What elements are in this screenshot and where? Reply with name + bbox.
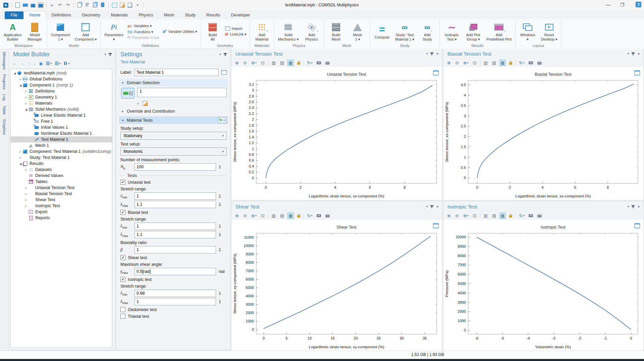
- tree-item-geometry-1[interactable]: ▷Geometry 1: [11, 94, 112, 100]
- expand-arrow-icon[interactable]: ▷: [24, 204, 28, 207]
- field-input-min[interactable]: 1: [135, 223, 216, 230]
- chart-canvas-uniaxial-tension-test[interactable]: Uniaxial Tension Test0246800.20.40.60.81…: [231, 67, 442, 200]
- tree-item-solid-mechanics[interactable]: ◢Solid Mechanics(solid): [11, 106, 112, 112]
- add-material-button[interactable]: AddMaterial: [251, 21, 273, 42]
- copy-icon[interactable]: [76, 2, 83, 8]
- select-monotonic[interactable]: Monotonic▾: [120, 147, 227, 156]
- panel-menu-icon[interactable]: ▾: [628, 205, 629, 208]
- camera-button[interactable]: [316, 214, 322, 218]
- open-icon[interactable]: [22, 2, 28, 8]
- zoom-in-button[interactable]: ⊕: [446, 213, 452, 219]
- tree-item-uniaxial-tension-test[interactable]: ▷Uniaxial Tension Test: [11, 185, 112, 191]
- section-material-tests[interactable]: ▾ Material Tests ↻ ▾: [119, 116, 228, 124]
- marquee-icon[interactable]: [111, 2, 117, 8]
- lock-button[interactable]: [296, 60, 301, 65]
- tree-item-global-definitions[interactable]: ▷Global Definitions: [11, 76, 112, 82]
- tree-item-reports[interactable]: Reports: [11, 215, 112, 221]
- del-icon[interactable]: [100, 2, 106, 8]
- functions-button[interactable]: f(x)Functions ▾: [126, 29, 161, 35]
- mb-toolbar-button-0[interactable]: ←: [12, 61, 17, 66]
- tree-item-derived-values[interactable]: Derived Values: [11, 173, 112, 179]
- add-component-button[interactable]: AddComponent ▾: [72, 21, 99, 42]
- field-input-[interactable]: 1: [135, 246, 216, 253]
- build-mesh-button[interactable]: BuildMesh: [325, 21, 347, 42]
- refresh-button[interactable]: ↻▾: [518, 213, 526, 219]
- print-button[interactable]: [536, 213, 543, 218]
- ax3-button[interactable]: ▦: [287, 60, 293, 66]
- mb-toolbar-button-1[interactable]: →: [20, 61, 24, 66]
- maximize-button[interactable]: ❐: [615, 0, 629, 10]
- field-input-max[interactable]: 1.1: [135, 231, 216, 238]
- docsearch-icon[interactable]: [127, 2, 133, 8]
- print-button[interactable]: [536, 60, 543, 65]
- add-plot-group-button[interactable]: Add PlotGroup ▾: [463, 21, 484, 42]
- side-tab-messages[interactable]: Messages: [2, 52, 6, 69]
- tab-materials[interactable]: Materials: [106, 11, 133, 19]
- expand-arrow-icon[interactable]: ▷: [24, 90, 28, 93]
- active-toggle-button[interactable]: [121, 88, 135, 99]
- application-builder-button[interactable]: AApplicationBuilder: [1, 21, 24, 42]
- tree-item-test-material-1[interactable]: Test Material 1: [11, 136, 112, 142]
- zoom-in-button[interactable]: ⊕: [234, 60, 240, 66]
- zoom-box-button[interactable]: ⊕▾: [462, 60, 470, 66]
- field-input-max[interactable]: 1.1: [135, 201, 216, 208]
- panel-menu-icon[interactable]: ▾: [219, 53, 221, 56]
- tree-item-linear-elastic-material-1[interactable]: Linear Elastic Material 1: [11, 112, 112, 118]
- field-input-n-p[interactable]: 100: [135, 163, 216, 171]
- checkbox-biaxial-test[interactable]: ✓: [120, 210, 125, 215]
- ax2-button[interactable]: ▤: [491, 213, 497, 219]
- pin-icon[interactable]: [431, 52, 432, 55]
- zoom-out-button[interactable]: ⊖: [242, 213, 248, 219]
- tree-item-materials[interactable]: ▷Materials: [11, 100, 112, 106]
- undo-icon[interactable]: ↶: [57, 2, 63, 8]
- ax1-button[interactable]: ▥: [271, 60, 277, 66]
- camera-button[interactable]: [316, 61, 322, 65]
- field-input-min[interactable]: 0.98: [135, 290, 216, 297]
- add-study-button[interactable]: ∞AddStudy: [417, 21, 438, 42]
- extents-button[interactable]: ⊡: [472, 60, 478, 66]
- checkbox-isotropic-test[interactable]: ✓: [120, 277, 125, 282]
- close-icon[interactable]: ×: [637, 204, 640, 209]
- close-icon[interactable]: ×: [436, 204, 439, 209]
- plot-window-icon[interactable]: [634, 223, 640, 228]
- play-icon[interactable]: ▶: [49, 2, 55, 8]
- expand-arrow-icon[interactable]: ▷: [18, 156, 22, 159]
- print-button[interactable]: [324, 213, 331, 218]
- chart-canvas-isotropic-test[interactable]: Isotropic Test-6-5-4-3-2-100100020003000…: [443, 220, 643, 351]
- expand-arrow-icon[interactable]: ▷: [18, 78, 22, 81]
- extents-button[interactable]: ⊡: [472, 213, 478, 219]
- ax1-button[interactable]: ▥: [483, 213, 489, 219]
- paste-icon[interactable]: [84, 2, 90, 8]
- checkbox-shear-test[interactable]: ✓: [120, 255, 125, 260]
- zoom-in-button[interactable]: ⊕: [234, 213, 240, 219]
- label-input[interactable]: Test Material 1: [135, 69, 219, 76]
- zoom-in-button[interactable]: ⊕: [446, 60, 452, 66]
- tree-item-tables[interactable]: Tables: [11, 179, 112, 185]
- collapse-arrow-icon[interactable]: ◢: [18, 84, 22, 87]
- tree-item-datasets[interactable]: ▷Datasets: [11, 167, 112, 173]
- mb-toolbar-button-3[interactable]: ↓: [34, 61, 36, 66]
- add-predefined-plot-button[interactable]: AddPredefined Plot: [484, 21, 514, 42]
- parameters-button[interactable]: PiParameters▾: [102, 21, 126, 42]
- side-tab-progress[interactable]: Progress: [2, 74, 6, 89]
- chart-canvas-biaxial-tension-test[interactable]: Biaxial Tension Test0246800.511.522.533.…: [443, 67, 643, 200]
- tree-item-results[interactable]: ◢Results: [11, 161, 112, 167]
- zoom-out-button[interactable]: ⊖: [454, 213, 460, 219]
- selpen-icon[interactable]: [119, 2, 125, 8]
- close-icon[interactable]: ×: [637, 51, 640, 56]
- tree-item-mesh-1[interactable]: Mesh 1: [11, 142, 112, 148]
- save-icon[interactable]: [30, 2, 36, 8]
- ax2-button[interactable]: ▤: [491, 60, 497, 66]
- redo-icon[interactable]: ↷: [65, 2, 71, 8]
- dd-icon[interactable]: ▾: [135, 2, 141, 8]
- pin-icon[interactable]: [633, 52, 634, 55]
- tree-item-study-test-material-1[interactable]: ▷Study: Test Material 1: [11, 155, 112, 161]
- zoom-box-button[interactable]: ⊕▾: [250, 213, 258, 219]
- zoom-out-button[interactable]: ⊖: [454, 60, 460, 66]
- tab-definitions[interactable]: Definitions: [46, 11, 76, 19]
- paste-selection-icon[interactable]: [143, 101, 148, 106]
- checkbox-oedometer-test[interactable]: [120, 307, 125, 312]
- field-input-max[interactable]: 0.5[rad]: [135, 268, 216, 275]
- lock-button[interactable]: [508, 213, 513, 218]
- tab-file[interactable]: File: [5, 11, 23, 19]
